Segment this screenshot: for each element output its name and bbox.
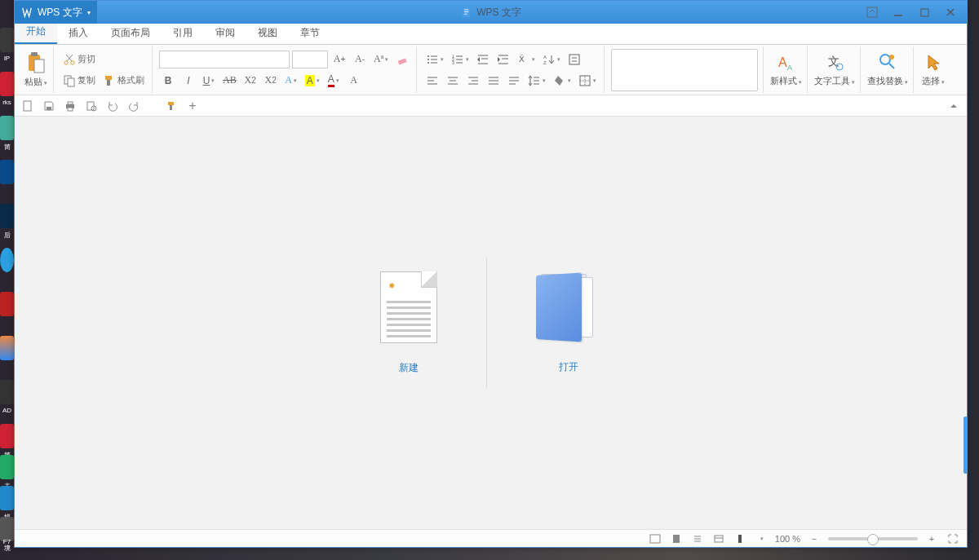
svg-rect-81 [170, 105, 172, 110]
bullets-button[interactable] [423, 51, 446, 68]
svg-rect-4 [867, 7, 877, 17]
show-marks-button[interactable] [565, 51, 583, 68]
qat-undo-button[interactable] [104, 98, 121, 114]
svg-line-14 [67, 55, 73, 61]
cut-button[interactable]: 剪切 [60, 51, 98, 68]
strikethrough-button[interactable]: AB [220, 72, 239, 90]
align-center-button[interactable] [444, 72, 462, 90]
view-print-button[interactable] [669, 532, 684, 545]
qat-format-painter-button[interactable] [163, 98, 179, 114]
decrease-indent-button[interactable] [474, 51, 492, 68]
app-tab-label: WPS 文字 [38, 6, 82, 20]
underline-button[interactable]: U [200, 72, 218, 90]
statusbar: 100 % − + [15, 529, 967, 547]
tab-page-layout[interactable]: 页面布局 [100, 22, 162, 44]
fit-button[interactable] [946, 532, 960, 545]
view-reading-button[interactable] [733, 532, 747, 545]
bold-button[interactable]: B [159, 72, 177, 90]
font-family-select[interactable] [159, 51, 290, 68]
tab-insert[interactable]: 插入 [57, 22, 100, 44]
asian-layout-button[interactable]: X̌ [515, 51, 538, 68]
qat-preview-button[interactable] [83, 98, 100, 114]
change-case-button[interactable]: Aª [371, 51, 391, 68]
svg-point-23 [427, 59, 429, 60]
close-button[interactable] [937, 3, 963, 21]
sort-button[interactable]: AZ [540, 51, 563, 68]
menubar: 开始 插入 页面布局 引用 审阅 视图 章节 [15, 24, 967, 45]
align-right-button[interactable] [464, 72, 482, 90]
view-fullscreen-button[interactable] [648, 532, 662, 545]
copy-button[interactable]: 复制 [60, 72, 98, 90]
svg-rect-11 [34, 60, 44, 73]
maximize-button[interactable] [911, 3, 937, 21]
cursor-icon [924, 52, 943, 73]
tab-sections[interactable]: 章节 [289, 22, 331, 44]
phonetic-guide-button[interactable]: A [345, 72, 363, 90]
tab-start[interactable]: 开始 [15, 20, 57, 44]
app-tab[interactable]: WPS 文字 ▾ [15, 1, 97, 24]
side-panel-tab[interactable] [963, 417, 968, 474]
qat-new-button[interactable] [20, 98, 36, 114]
zoom-out-button[interactable]: − [807, 532, 822, 545]
feedback-button[interactable] [859, 3, 885, 21]
new-style-icon: AA [776, 52, 795, 73]
zoom-slider[interactable] [828, 537, 918, 540]
text-tools-group[interactable]: 文 文字工具 [809, 46, 861, 93]
titlebar[interactable]: WPS 文字 ▾ WPS 文字 [15, 1, 967, 24]
svg-point-21 [427, 55, 429, 57]
qat-collapse-button[interactable] [946, 98, 962, 114]
font-size-select[interactable] [292, 51, 328, 68]
increase-indent-button[interactable] [494, 51, 512, 68]
line-spacing-button[interactable] [525, 72, 548, 90]
tab-review[interactable]: 审阅 [204, 22, 246, 44]
svg-rect-77 [68, 108, 73, 111]
view-web-button[interactable] [711, 532, 726, 545]
start-screen: ✸ 新建 打开 [15, 117, 967, 529]
open-document-action[interactable]: 打开 [536, 272, 601, 374]
grow-font-button[interactable]: A+ [330, 51, 348, 68]
qat-save-button[interactable] [41, 98, 57, 114]
svg-rect-73 [24, 101, 31, 111]
align-left-button[interactable] [423, 72, 441, 90]
new-document-action[interactable]: ✸ 新建 [380, 271, 437, 375]
shrink-font-button[interactable]: A- [351, 51, 369, 68]
superscript-button[interactable]: X2 [241, 72, 259, 90]
view-more-button[interactable] [754, 532, 769, 545]
find-replace-group[interactable]: 查找替换 [862, 46, 914, 93]
styles-gallery[interactable] [611, 49, 758, 91]
svg-rect-42 [569, 55, 579, 64]
minimize-button[interactable] [885, 3, 911, 21]
svg-point-12 [64, 60, 68, 64]
shading-button[interactable] [551, 72, 574, 90]
zoom-in-button[interactable]: + [924, 532, 939, 545]
text-effects-button[interactable]: A [282, 72, 300, 90]
paste-label[interactable]: 粘贴 [24, 76, 47, 88]
svg-rect-1 [464, 10, 468, 11]
highlight-button[interactable]: A [303, 72, 322, 90]
qat-add-button[interactable]: + [184, 98, 201, 114]
svg-rect-74 [47, 107, 51, 110]
desktop-icon-label: 后 [4, 231, 11, 240]
qat-print-button[interactable] [62, 98, 78, 114]
paste-icon[interactable] [25, 51, 47, 74]
font-color-button[interactable]: A [325, 72, 343, 90]
tab-view[interactable]: 视图 [246, 22, 289, 44]
italic-button[interactable]: I [179, 72, 197, 90]
clear-format-button[interactable] [393, 51, 411, 68]
svg-rect-82 [650, 535, 660, 543]
align-justify-button[interactable] [485, 72, 503, 90]
svg-point-70 [880, 55, 890, 64]
open-label: 打开 [559, 360, 578, 374]
select-group[interactable]: 选择 [915, 46, 951, 93]
svg-rect-87 [715, 536, 723, 542]
subscript-button[interactable]: X2 [262, 72, 280, 90]
tab-references[interactable]: 引用 [162, 22, 204, 44]
numbering-button[interactable]: 123 [449, 51, 472, 68]
borders-button[interactable] [576, 72, 599, 90]
format-painter-button[interactable]: 格式刷 [100, 72, 147, 90]
align-distribute-button[interactable] [505, 72, 523, 90]
view-outline-button[interactable] [690, 532, 705, 545]
open-folder-icon [536, 272, 601, 342]
new-style-group[interactable]: AA 新样式 [765, 46, 808, 93]
qat-redo-button[interactable] [126, 98, 142, 114]
